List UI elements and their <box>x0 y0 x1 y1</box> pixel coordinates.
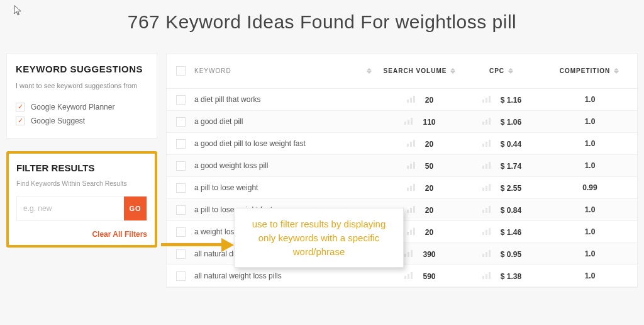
volume-cell: 110 <box>423 118 435 127</box>
cpc-cell: $ 1.06 <box>501 118 521 127</box>
competition-cell: 1.0 <box>585 117 596 126</box>
cpc-cell: $ 0.84 <box>501 206 521 215</box>
suggestions-subtext: I want to see keyword suggestions from <box>16 81 148 91</box>
sort-icon[interactable] <box>367 67 373 76</box>
bars-icon <box>404 249 413 257</box>
header-volume[interactable]: SEARCH VOLUME <box>384 67 447 75</box>
bars-icon <box>482 205 491 213</box>
header-competition[interactable]: COMPETITION <box>560 67 610 75</box>
mouse-cursor-icon <box>14 5 23 16</box>
bars-icon <box>407 161 415 169</box>
suggestions-heading: KEYWORD SUGGESTIONS <box>16 64 148 74</box>
bars-icon <box>407 227 415 235</box>
competition-cell: 1.0 <box>585 205 596 214</box>
bars-icon <box>482 249 491 257</box>
keyword-cell[interactable]: a pill to lose weight <box>194 183 258 192</box>
volume-cell: 20 <box>425 96 433 105</box>
keyword-cell[interactable]: all natural weight loss pills <box>194 271 282 280</box>
volume-cell: 50 <box>425 162 433 171</box>
row-checkbox[interactable] <box>176 161 186 171</box>
bars-icon <box>482 139 491 147</box>
check-icon[interactable]: ✓ <box>16 117 25 125</box>
competition-cell: 1.0 <box>585 249 596 258</box>
source-option[interactable]: ✓Google Keyword Planner <box>16 100 148 114</box>
annotation-callout: use to filter results by displaying only… <box>234 208 404 268</box>
table-header-row: KEYWORD SEARCH VOLUME CPC <box>167 54 637 89</box>
keyword-cell[interactable]: a good diet pill to lose weight fast <box>194 139 306 148</box>
filter-heading: FILTER RESULTS <box>16 162 147 173</box>
bars-icon <box>407 205 415 213</box>
table-row: a good diet pill110$ 1.061.0 <box>167 111 637 133</box>
bars-icon <box>404 271 413 279</box>
competition-cell: 1.0 <box>585 139 596 148</box>
competition-cell: 1.0 <box>585 95 596 104</box>
table-row: a good diet pill to lose weight fast20$ … <box>167 133 637 155</box>
volume-cell: 20 <box>425 140 433 149</box>
bars-icon <box>482 95 491 103</box>
keyword-cell[interactable]: a good weight loss pill <box>194 161 268 170</box>
table-row: a good weight loss pill50$ 1.741.0 <box>167 155 637 177</box>
cpc-cell: $ 0.95 <box>501 250 521 259</box>
row-checkbox[interactable] <box>176 183 186 193</box>
competition-cell: 1.0 <box>585 161 596 170</box>
competition-cell: 0.99 <box>582 183 597 192</box>
table-row: a pill to lose weight20$ 2.550.99 <box>167 177 637 199</box>
filter-subtext: Find Keywords Within Search Results <box>16 180 147 187</box>
bars-icon <box>482 183 491 191</box>
row-checkbox[interactable] <box>176 271 186 281</box>
cpc-cell: $ 1.46 <box>501 228 521 237</box>
competition-cell: 1.0 <box>585 271 596 280</box>
volume-cell: 20 <box>425 228 433 237</box>
bars-icon <box>407 183 415 191</box>
cpc-cell: $ 1.16 <box>501 96 521 105</box>
filter-input[interactable] <box>17 197 124 220</box>
volume-cell: 20 <box>425 184 433 193</box>
bars-icon <box>482 271 491 279</box>
row-checkbox[interactable] <box>176 117 186 127</box>
bars-icon <box>482 161 491 169</box>
keyword-cell[interactable]: a diet pill that works <box>194 95 260 104</box>
source-label: Google Suggest <box>31 117 85 125</box>
volume-cell: 590 <box>423 272 435 281</box>
annotation-arrow-icon <box>161 238 236 251</box>
row-checkbox[interactable] <box>176 205 186 215</box>
cpc-cell: $ 0.44 <box>501 140 521 149</box>
row-checkbox[interactable] <box>176 95 186 105</box>
sort-icon[interactable] <box>614 67 620 76</box>
source-option[interactable]: ✓Google Suggest <box>16 114 148 128</box>
clear-filters-link[interactable]: Clear All Filters <box>16 230 147 239</box>
row-checkbox[interactable] <box>176 227 186 237</box>
volume-cell: 20 <box>425 206 433 215</box>
filter-results-panel: FILTER RESULTS Find Keywords Within Sear… <box>6 151 157 248</box>
cpc-cell: $ 2.55 <box>501 184 521 193</box>
volume-cell: 390 <box>423 250 435 259</box>
bars-icon <box>407 95 415 103</box>
table-row: all natural weight loss pills590$ 1.381.… <box>167 265 637 287</box>
sort-icon[interactable] <box>450 67 457 76</box>
bars-icon <box>407 139 415 147</box>
bars-icon <box>482 227 491 235</box>
select-all-checkbox[interactable] <box>176 66 186 76</box>
header-keyword[interactable]: KEYWORD <box>194 67 231 75</box>
bars-icon <box>482 117 491 125</box>
sort-icon[interactable] <box>508 67 514 76</box>
cpc-cell: $ 1.74 <box>501 162 521 171</box>
cpc-cell: $ 1.38 <box>501 272 521 281</box>
filter-go-button[interactable]: GO <box>124 197 147 220</box>
source-label: Google Keyword Planner <box>31 103 114 111</box>
bars-icon <box>404 117 413 125</box>
header-cpc[interactable]: CPC <box>489 67 504 75</box>
page-title: 767 Keyword Ideas Found For weightloss p… <box>0 0 644 53</box>
table-row: a diet pill that works20$ 1.161.0 <box>167 89 637 111</box>
row-checkbox[interactable] <box>176 139 186 149</box>
keyword-suggestions-panel: KEYWORD SUGGESTIONS I want to see keywor… <box>6 53 157 139</box>
keyword-cell[interactable]: a good diet pill <box>194 117 243 126</box>
check-icon[interactable]: ✓ <box>16 103 25 111</box>
competition-cell: 1.0 <box>585 227 596 236</box>
